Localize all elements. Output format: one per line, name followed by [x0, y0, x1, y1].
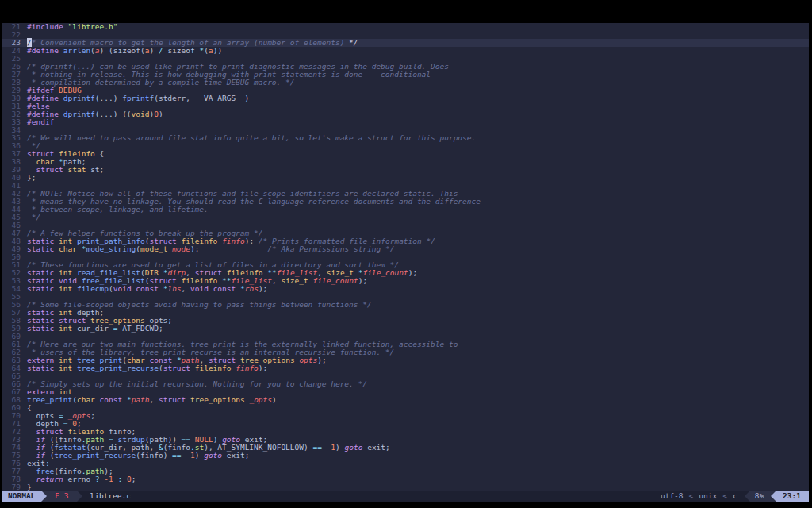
powerline-arrow-icon: [771, 491, 776, 502]
code-line-69[interactable]: 69{: [2, 404, 809, 412]
code-line-78[interactable]: 78 return errno ? -1 : 0;: [2, 475, 809, 483]
syntax-token: ) (sizeof(: [100, 46, 145, 55]
code-line-35[interactable]: 35/* We will need to pass around file st…: [2, 134, 809, 142]
syntax-token: static: [27, 364, 54, 372]
syntax-token: tree_print_recurse: [54, 451, 136, 460]
syntax-token: goto: [345, 443, 363, 452]
code-line-76[interactable]: 76exit:: [2, 460, 809, 468]
syntax-token: tree_print: [27, 395, 72, 404]
syntax-token: st;: [86, 165, 104, 174]
code-text: #include "libtree.h": [27, 23, 117, 31]
code-line-66[interactable]: 66/* Simply sets up the initial recursio…: [2, 380, 809, 388]
code-line-39[interactable]: 39 struct stat st;: [2, 166, 809, 174]
code-text: static int cur_dir = AT_FDCWD;: [27, 325, 163, 333]
syntax-token: ==: [172, 451, 181, 460]
syntax-token: sizeof: [163, 46, 200, 55]
syntax-token: );: [317, 356, 326, 364]
syntax-token: ;: [90, 411, 95, 420]
syntax-token: void const: [113, 284, 159, 293]
syntax-token: int: [59, 284, 72, 293]
syntax-token: (finfo): [136, 451, 172, 460]
syntax-token: void: [132, 110, 150, 118]
code-line-68[interactable]: 68tree_print(char const *path, struct tr…: [2, 396, 809, 404]
code-line-40[interactable]: 40};: [2, 174, 809, 182]
chevron-left-icon: <: [687, 491, 696, 502]
cursor-position: 23:1: [776, 491, 809, 502]
code-line-54[interactable]: 54static int filecmp(void const *lhs, vo…: [2, 285, 809, 293]
syntax-token: arrlen: [63, 46, 90, 55]
syntax-token: struct: [159, 395, 186, 404]
filename: libtree.c: [82, 491, 131, 502]
chevron-left-icon: <: [720, 491, 730, 502]
code-line-37[interactable]: 37struct fileinfo {: [2, 150, 809, 158]
code-line-38[interactable]: 38 char *path;: [2, 158, 809, 166]
code-text: /* We will need to pass around file stat…: [27, 134, 476, 142]
syntax-token: #endif: [27, 117, 54, 126]
error-count-badge: E 3: [47, 491, 76, 502]
syntax-token: /* Simply sets up the initial recursion.…: [27, 379, 367, 388]
code-line-64[interactable]: 64static int tree_print_recurse(struct f…: [2, 364, 809, 372]
syntax-token: AT_FDCWD;: [117, 324, 163, 333]
syntax-token: ;: [132, 475, 136, 483]
code-line-32[interactable]: 32#define dprintf(...) ((void)0): [2, 110, 809, 118]
syntax-token: exit;: [362, 443, 389, 452]
editor-window: 21#include "libtree.h"2223/* Convenient …: [2, 23, 809, 502]
syntax-token: _opts: [249, 395, 272, 404]
code-line-30[interactable]: 30#define dprintf(...) fprintf(stderr, _…: [2, 94, 809, 102]
syntax-token: const: [100, 395, 123, 404]
syntax-token: /* Aka Permissions string */: [267, 244, 394, 253]
code-line-70[interactable]: 70 opts = _opts;: [2, 412, 809, 420]
syntax-token: "libtree.h": [68, 23, 118, 31]
syntax-token: #include: [27, 23, 63, 31]
code-buffer[interactable]: 21#include "libtree.h"2223/* Convenient …: [2, 23, 809, 491]
syntax-token: -1: [327, 443, 335, 452]
syntax-token: return: [36, 475, 63, 483]
syntax-token: path: [132, 395, 150, 404]
code-line-36[interactable]: 36 */: [2, 142, 809, 150]
code-text: #endif: [27, 118, 54, 126]
code-line-21[interactable]: 21#include "libtree.h": [2, 23, 809, 31]
code-line-44[interactable]: 44 * between scope, linkage, and lifetim…: [2, 206, 809, 214]
syntax-token: -1: [186, 451, 194, 460]
code-line-33[interactable]: 33#endif: [2, 118, 809, 126]
scroll-percent: 8%: [750, 491, 771, 502]
syntax-token: */: [27, 213, 40, 221]
syntax-token: );: [408, 268, 417, 277]
code-line-28[interactable]: 28 * compilation determined by a compile…: [2, 79, 809, 87]
syntax-token: mode_string: [86, 244, 136, 253]
code-line-49[interactable]: 49static char *mode_string(mode_t mode);…: [2, 245, 809, 253]
powerline-arrow-icon: [745, 491, 750, 502]
syntax-token: ): [195, 451, 204, 460]
syntax-token: static: [27, 324, 54, 333]
syntax-token: */: [349, 38, 358, 47]
syntax-token: dprintf: [63, 110, 95, 118]
code-line-45[interactable]: 45 */: [2, 214, 809, 221]
syntax-token: char: [77, 395, 95, 404]
syntax-token: ==: [312, 443, 321, 452]
syntax-token: fprintf: [122, 94, 154, 102]
syntax-token: ,: [182, 284, 190, 293]
code-line-24[interactable]: 24#define arrlen(a) (sizeof(a) / sizeof …: [2, 47, 809, 55]
syntax-token: char: [59, 244, 77, 253]
code-text: tree_print(char const *path, struct tree…: [27, 396, 277, 404]
powerline-arrow-icon: [41, 491, 47, 502]
file-type: c: [730, 491, 741, 502]
syntax-token: (stderr, __VA_ARGS__): [154, 94, 249, 102]
syntax-token: cur_dir: [72, 324, 113, 333]
syntax-token: )): [213, 46, 222, 55]
code-text: static int tree_print_recurse(struct fil…: [27, 364, 267, 372]
syntax-token: filecmp: [77, 284, 109, 293]
code-line-79[interactable]: 79}: [2, 483, 809, 491]
code-line-59[interactable]: 59static int cur_dir = AT_FDCWD;: [2, 325, 809, 333]
code-line-56[interactable]: 56/* Some file-scoped objects avoid havi…: [2, 301, 809, 309]
syntax-token: (...) ((: [95, 110, 132, 118]
code-text: struct stat st;: [27, 166, 104, 174]
syntax-token: mode: [172, 244, 190, 253]
syntax-token: void const: [190, 284, 236, 293]
code-text: #define arrlen(a) (sizeof(a) / sizeof *(…: [27, 47, 222, 55]
powerline-arrow-icon: [77, 491, 82, 502]
code-line-75[interactable]: 75 if (tree_print_recurse(finfo) == -1) …: [2, 452, 809, 460]
code-text: static int filecmp(void const *lhs, void…: [27, 285, 267, 293]
syntax-token: ,: [272, 276, 281, 285]
syntax-token: errno: [63, 475, 95, 483]
